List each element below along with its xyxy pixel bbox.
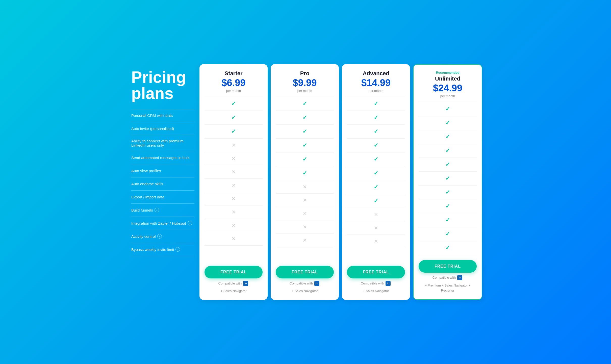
plan-price-pro: $9.99 bbox=[276, 78, 334, 88]
check-row-advanced-7: ✓ bbox=[347, 194, 405, 208]
check-yes-icon: ✓ bbox=[445, 134, 450, 140]
check-row-pro-7: ✕ bbox=[276, 194, 334, 207]
check-yes-icon: ✓ bbox=[374, 114, 378, 121]
check-row-unlimited-6: ✓ bbox=[419, 186, 477, 199]
feature-item-8: Integration with Zapier / Hubspoti bbox=[131, 217, 194, 230]
plan-name-pro: Pro bbox=[276, 70, 334, 77]
check-yes-icon: ✓ bbox=[302, 170, 307, 176]
feature-item-7: Build funnelsi bbox=[131, 204, 194, 217]
plan-card-starter: Starter$6.99per month✓✓✓✕✕✕✕✕✕✕✕FREE TRI… bbox=[199, 64, 268, 300]
plan-header-pro: Pro$9.99per month bbox=[276, 70, 334, 93]
feature-item-3: Send automated messages in bulk bbox=[131, 151, 194, 164]
check-yes-icon: ✓ bbox=[445, 217, 450, 223]
check-no-icon: ✕ bbox=[303, 211, 307, 217]
plan-header-starter: Starter$6.99per month bbox=[205, 70, 263, 93]
check-row-starter-1: ✓ bbox=[205, 111, 263, 125]
check-no-icon: ✕ bbox=[303, 237, 307, 243]
check-row-unlimited-2: ✓ bbox=[419, 130, 477, 144]
check-row-starter-7: ✕ bbox=[205, 192, 263, 205]
feature-item-10: Bypass weekly invite limiti bbox=[131, 243, 194, 256]
linkedin-badge-starter: in bbox=[243, 281, 248, 286]
check-no-icon: ✕ bbox=[374, 238, 378, 244]
feature-item-0: Personal CRM with stats bbox=[131, 109, 194, 122]
linkedin-badge-advanced: in bbox=[386, 281, 391, 286]
feature-checks-pro: ✓✓✓✓✓✓✕✕✕✕✕ bbox=[276, 97, 334, 261]
check-no-icon: ✕ bbox=[232, 222, 236, 228]
check-yes-icon: ✓ bbox=[374, 184, 378, 190]
plan-card-unlimited: RecommendedUnlimited$24.99per month✓✓✓✓✓… bbox=[413, 64, 482, 300]
cta-section-advanced: FREE TRIALCompatible with in+ Sales Navi… bbox=[347, 266, 405, 294]
check-yes-icon: ✓ bbox=[374, 128, 378, 135]
plan-period-advanced: per month bbox=[347, 89, 405, 93]
check-no-icon: ✕ bbox=[232, 209, 236, 215]
info-icon-10[interactable]: i bbox=[175, 247, 180, 252]
check-row-advanced-0: ✓ bbox=[347, 97, 405, 111]
check-no-icon: ✕ bbox=[303, 184, 307, 190]
page-title: Pricing plans bbox=[131, 69, 194, 101]
cta-section-unlimited: FREE TRIALCompatible with in+ Premium + … bbox=[419, 260, 477, 293]
check-row-unlimited-4: ✓ bbox=[419, 158, 477, 172]
plan-header-unlimited: RecommendedUnlimited$24.99per month bbox=[419, 71, 477, 98]
check-row-unlimited-5: ✓ bbox=[419, 172, 477, 186]
check-yes-icon: ✓ bbox=[445, 120, 450, 126]
check-row-pro-0: ✓ bbox=[276, 97, 334, 111]
check-row-advanced-4: ✓ bbox=[347, 152, 405, 166]
check-row-pro-8: ✕ bbox=[276, 207, 334, 220]
plan-card-advanced: Advanced$14.99per month✓✓✓✓✓✓✓✓✕✕✕FREE T… bbox=[342, 64, 410, 300]
check-row-starter-6: ✕ bbox=[205, 179, 263, 192]
free-trial-button-advanced[interactable]: FREE TRIAL bbox=[347, 266, 405, 278]
free-trial-button-pro[interactable]: FREE TRIAL bbox=[276, 266, 334, 278]
plan-period-pro: per month bbox=[276, 89, 334, 93]
check-row-starter-10: ✕ bbox=[205, 232, 263, 246]
check-row-unlimited-8: ✓ bbox=[419, 213, 477, 227]
check-row-starter-0: ✓ bbox=[205, 97, 263, 111]
plan-price-starter: $6.99 bbox=[205, 78, 263, 88]
check-row-unlimited-3: ✓ bbox=[419, 144, 477, 158]
plan-name-advanced: Advanced bbox=[347, 70, 405, 77]
check-row-pro-6: ✕ bbox=[276, 180, 334, 194]
check-row-unlimited-0: ✓ bbox=[419, 102, 477, 116]
check-yes-icon: ✓ bbox=[231, 128, 236, 135]
extras-unlimited: + Premium + Sales Navigator + Recruiter bbox=[419, 283, 477, 294]
check-no-icon: ✕ bbox=[374, 212, 378, 218]
free-trial-button-unlimited[interactable]: FREE TRIAL bbox=[419, 260, 477, 273]
check-yes-icon: ✓ bbox=[302, 156, 307, 163]
cta-section-pro: FREE TRIALCompatible with in+ Sales Navi… bbox=[276, 266, 334, 294]
extras-advanced: + Sales Navigator bbox=[363, 289, 389, 294]
check-yes-icon: ✓ bbox=[445, 147, 450, 154]
feature-item-5: Auto endorse skills bbox=[131, 177, 194, 191]
check-yes-icon: ✓ bbox=[374, 100, 378, 107]
extras-starter: + Sales Navigator bbox=[221, 289, 247, 294]
plan-header-advanced: Advanced$14.99per month bbox=[347, 70, 405, 93]
check-row-unlimited-9: ✓ bbox=[419, 227, 477, 241]
check-row-pro-9: ✕ bbox=[276, 220, 334, 234]
linkedin-badge-pro: in bbox=[314, 281, 319, 286]
check-yes-icon: ✓ bbox=[231, 100, 236, 107]
feature-item-4: Auto view profiles bbox=[131, 164, 194, 177]
check-row-pro-10: ✕ bbox=[276, 234, 334, 247]
check-row-pro-4: ✓ bbox=[276, 152, 334, 166]
check-no-icon: ✕ bbox=[303, 224, 307, 230]
feature-checks-advanced: ✓✓✓✓✓✓✓✓✕✕✕ bbox=[347, 97, 405, 261]
check-no-icon: ✕ bbox=[232, 182, 236, 188]
check-yes-icon: ✓ bbox=[445, 175, 450, 182]
check-row-pro-1: ✓ bbox=[276, 111, 334, 125]
check-yes-icon: ✓ bbox=[445, 245, 450, 251]
info-icon-8[interactable]: i bbox=[188, 221, 192, 225]
check-row-advanced-8: ✕ bbox=[347, 208, 405, 221]
check-yes-icon: ✓ bbox=[374, 156, 378, 163]
check-yes-icon: ✓ bbox=[302, 128, 307, 135]
check-row-advanced-6: ✓ bbox=[347, 180, 405, 194]
feature-checks-starter: ✓✓✓✕✕✕✕✕✕✕✕ bbox=[205, 97, 263, 261]
plan-period-starter: per month bbox=[205, 89, 263, 93]
info-icon-9[interactable]: i bbox=[157, 234, 162, 239]
check-yes-icon: ✓ bbox=[302, 142, 307, 149]
plan-price-advanced: $14.99 bbox=[347, 78, 405, 88]
plan-name-unlimited: Unlimited bbox=[419, 75, 477, 82]
check-no-icon: ✕ bbox=[232, 196, 236, 202]
check-yes-icon: ✓ bbox=[374, 142, 378, 149]
info-icon-7[interactable]: i bbox=[155, 208, 159, 212]
free-trial-button-starter[interactable]: FREE TRIAL bbox=[205, 266, 263, 278]
check-row-advanced-5: ✓ bbox=[347, 166, 405, 180]
feature-checks-unlimited: ✓✓✓✓✓✓✓✓✓✓✓ bbox=[419, 102, 477, 255]
